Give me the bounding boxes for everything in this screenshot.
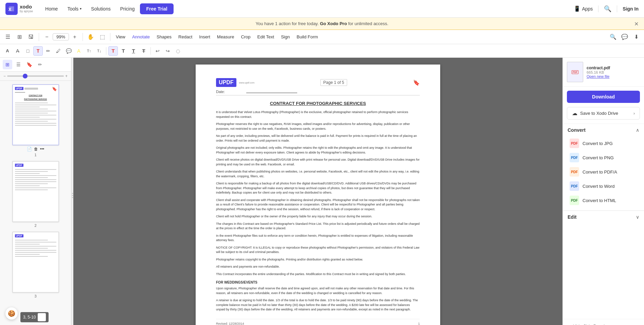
convert-item-word[interactable]: PDFConvert to Word — [567, 179, 640, 193]
thumbnail-page-2[interactable]: UPDF — [12, 161, 59, 222]
nav-apps[interactable]: 📱 Apps — [574, 5, 593, 12]
sign-in-button[interactable]: Sign In — [623, 6, 639, 12]
logo[interactable]: X Home xodo by apryse — [5, 3, 33, 15]
thumb-line — [15, 115, 56, 115]
zoom-in-button[interactable]: + — [70, 32, 80, 42]
free-trial-button[interactable]: Free Trial — [140, 3, 173, 14]
measure-button[interactable]: Measure — [214, 33, 237, 41]
build-form-button[interactable]: Build Form — [294, 33, 321, 41]
insert-button[interactable]: Insert — [196, 33, 213, 41]
strikethrough-btn[interactable]: A̶ — [13, 46, 22, 56]
thumbnail-zoom-area: − + — [0, 72, 71, 81]
menu-icon[interactable]: ☰ — [3, 32, 13, 42]
bookmark-tab[interactable]: 🔖 — [24, 60, 34, 69]
panel-toggle-icon[interactable]: ⊞ — [14, 32, 24, 42]
text-down-btn[interactable]: T↓ — [94, 46, 104, 56]
shapes-button[interactable]: Shapes — [154, 33, 174, 41]
thumb-new-icon[interactable]: 📄 — [27, 147, 32, 151]
date-line: Date: — [216, 90, 420, 95]
underline-text-btn[interactable]: T — [129, 46, 138, 56]
convert-item-pdfa[interactable]: PDFConvert to PDF/A — [567, 165, 640, 179]
drag-dots — [72, 193, 73, 198]
comment-btn[interactable]: 💬 — [64, 46, 73, 56]
thumbnail-page-1[interactable]: 🔖 UPDF CONTRACT FOR PHOTOGRAPHIC SERVICE… — [12, 84, 59, 145]
search-icon[interactable]: 🔍 — [604, 5, 611, 13]
edit-text-button[interactable]: Edit Text — [255, 33, 277, 41]
pencil-btn[interactable]: ✏ — [43, 46, 53, 56]
pan-tool-icon[interactable]: ✋ — [86, 32, 96, 42]
clear-btn[interactable]: ◌ — [173, 46, 183, 56]
zoom-minus-icon[interactable]: − — [3, 74, 6, 78]
left-panel: ⊞ ☰ 🔖 ✏ − + 🔖 UPDF — [0, 58, 71, 325]
hide-side-panel-button[interactable]: « Hide Side Panel — [563, 319, 644, 325]
cookie-badge[interactable]: 🍪 — [5, 307, 18, 320]
thumbnail-page-3[interactable]: UPDF — [12, 232, 59, 293]
thumbnail-zoom-slider[interactable] — [7, 75, 64, 77]
nav-links: Home Tools▾ Solutions Pricing Free Trial — [41, 3, 174, 14]
zoom-out-button[interactable]: − — [42, 32, 52, 42]
redo-button[interactable]: ↪ — [163, 46, 173, 56]
sign-button[interactable]: Sign — [278, 33, 292, 41]
nav-pricing[interactable]: Pricing — [116, 4, 139, 14]
chat-icon[interactable]: 💬 — [620, 32, 630, 42]
edit-section-header[interactable]: Edit ∨ — [563, 211, 644, 222]
banner-close-button[interactable]: ✕ — [634, 20, 639, 27]
open-new-file-link[interactable]: Open new file — [587, 74, 640, 78]
thumb-line — [15, 252, 56, 253]
nav-divider2 — [617, 5, 617, 12]
save-icon[interactable]: 🖫 — [26, 32, 36, 42]
text-style-btn[interactable]: A — [3, 46, 12, 56]
thumbnail-item-2: UPDF 2 — [3, 161, 68, 228]
zoom-plus-icon[interactable]: + — [65, 74, 68, 78]
doc-paragraph: In the event Photographer files suit to … — [216, 234, 420, 243]
convert-icon-pdfa: PDF — [570, 167, 579, 177]
annotation-tab[interactable]: ✏ — [35, 60, 45, 69]
nav-divider — [598, 5, 598, 12]
edit-chevron-icon: ∨ — [636, 214, 639, 220]
convert-icon-png: PDF — [570, 153, 579, 162]
view-button[interactable]: View — [113, 33, 128, 41]
thumb-line — [15, 175, 56, 176]
convert-label-jpg: Convert to JPG — [583, 141, 613, 146]
document-area[interactable]: UPDF www.updf.com Page 1 of 5 🔖 Date: CO… — [73, 58, 562, 325]
convert-section-header[interactable]: Convert ∧ — [563, 124, 644, 135]
doc-bookmark-icon[interactable]: 🔖 — [413, 79, 420, 86]
save-to-xodo-button[interactable]: ☁ Save to Xodo Drive › — [567, 107, 640, 120]
selection-icon[interactable]: ⬚ — [97, 32, 107, 42]
text-up-btn[interactable]: T↑ — [84, 46, 94, 56]
thumb-content-1: UPDF CONTRACT FOR PHOTOGRAPHIC SERVICES — [13, 85, 58, 145]
convert-item-png[interactable]: PDFConvert to PNG — [567, 150, 640, 165]
thumb-more-icon[interactable]: ••• — [40, 147, 44, 151]
convert-item-html[interactable]: PDFConvert to HTML — [567, 193, 640, 207]
crop-button[interactable]: Crop — [238, 33, 253, 41]
list-tab[interactable]: ☰ — [14, 60, 23, 69]
nav-home[interactable]: Home — [41, 4, 62, 14]
red-text-btn[interactable]: T — [108, 46, 118, 56]
undo-button[interactable]: ↩ — [153, 46, 162, 56]
edit-page-counter-button[interactable]: ✎ — [38, 313, 46, 321]
convert-item-jpg[interactable]: PDFConvert to JPG — [567, 136, 640, 150]
doc-paragraph: Client shall assist and cooperate with P… — [216, 198, 420, 212]
document-content: It is understood that Velvet Lotus Photo… — [216, 110, 420, 276]
logo-icon: X — [5, 3, 18, 15]
nav-solutions[interactable]: Solutions — [87, 4, 115, 14]
annotate-button[interactable]: Annotate — [129, 33, 153, 41]
bookmark-thumb-icon: 🔖 — [52, 87, 57, 91]
thumbnail-tab[interactable]: ⊞ — [3, 60, 12, 69]
download-toolbar-icon[interactable]: ⬇ — [631, 32, 641, 42]
text-t2-btn[interactable]: T — [119, 46, 128, 56]
thumbnail-list: 🔖 UPDF CONTRACT FOR PHOTOGRAPHIC SERVICE… — [0, 81, 71, 325]
highlight-color-btn[interactable]: A — [74, 46, 84, 56]
nav-tools[interactable]: Tools▾ — [63, 4, 86, 14]
convert-chevron-icon: ∧ — [636, 127, 639, 133]
pen-btn[interactable]: 🖊 — [54, 46, 63, 56]
thumb-delete-icon[interactable]: 🗑 — [34, 147, 38, 151]
strikeout-text-btn[interactable]: T — [139, 46, 148, 56]
zoom-value[interactable]: 99% — [53, 33, 69, 40]
search-toolbar-icon[interactable]: 🔍 — [608, 32, 618, 42]
highlight-btn[interactable]: T — [33, 46, 43, 56]
rectangle-btn[interactable]: □ — [23, 46, 33, 56]
download-button[interactable]: Download — [567, 91, 640, 103]
redact-button[interactable]: Redact — [176, 33, 195, 41]
left-panel-tabs: ⊞ ☰ 🔖 ✏ — [0, 58, 71, 72]
